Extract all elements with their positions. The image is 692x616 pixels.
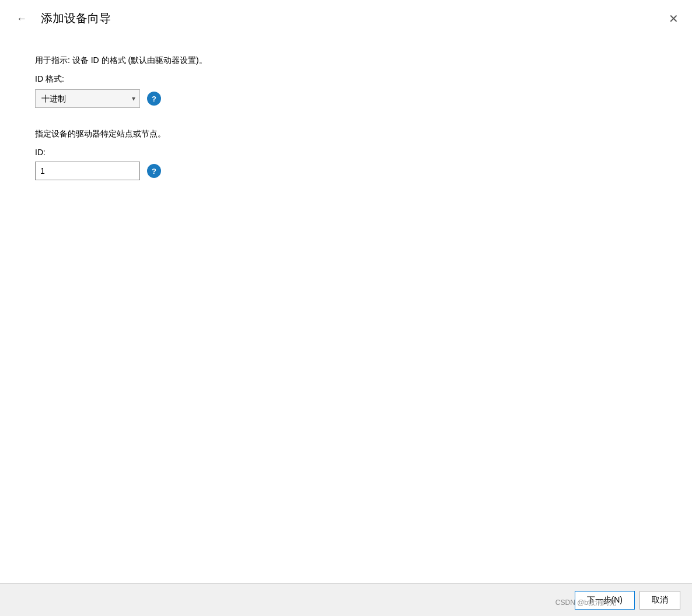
dialog-content: 用于指示: 设备 ID 的格式 (默认由驱动器设置)。 ID 格式: 十进制 十…: [0, 32, 692, 583]
back-button[interactable]: ←: [12, 11, 32, 26]
id-input-row: ?: [35, 162, 657, 180]
id-input-label: ID:: [35, 148, 657, 157]
help-icon-id[interactable]: ?: [147, 164, 161, 178]
dialog-footer: 下一步(N) 取消 CSDN @b救消阿亮: [0, 583, 692, 616]
id-input[interactable]: [35, 162, 140, 180]
close-button[interactable]: ✕: [664, 9, 683, 28]
section2-description: 指定设备的驱动器特定站点或节点。: [35, 129, 657, 139]
id-format-select-wrapper: 十进制 十六进制 ▾: [35, 89, 140, 108]
help-icon-format[interactable]: ?: [147, 92, 161, 106]
dialog-title: 添加设备向导: [41, 10, 111, 26]
watermark-text: CSDN @b救消阿亮: [555, 598, 616, 608]
id-format-label: ID 格式:: [35, 74, 657, 85]
title-bar: ← 添加设备向导 ✕: [0, 0, 692, 32]
section1-description: 用于指示: 设备 ID 的格式 (默认由驱动器设置)。: [35, 55, 657, 66]
id-format-select[interactable]: 十进制 十六进制: [35, 89, 140, 108]
section-id-input: 指定设备的驱动器特定站点或节点。 ID: ?: [35, 129, 657, 180]
cancel-button[interactable]: 取消: [639, 591, 680, 610]
dialog-window: ← 添加设备向导 ✕ 用于指示: 设备 ID 的格式 (默认由驱动器设置)。 I…: [0, 0, 692, 616]
section-id-format: 用于指示: 设备 ID 的格式 (默认由驱动器设置)。 ID 格式: 十进制 十…: [35, 55, 657, 108]
id-format-row: 十进制 十六进制 ▾ ?: [35, 89, 657, 108]
